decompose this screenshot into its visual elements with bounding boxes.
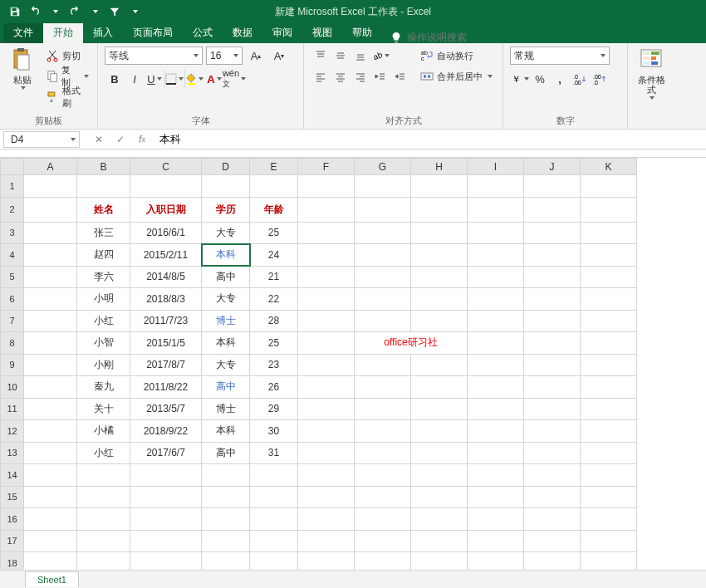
cell-A3[interactable]	[24, 222, 77, 244]
cell-B15[interactable]	[77, 486, 130, 508]
cell-A11[interactable]	[24, 398, 77, 420]
cell-H7[interactable]	[411, 310, 468, 332]
cell-J17[interactable]	[524, 530, 581, 552]
cell-C9[interactable]: 2017/8/7	[130, 354, 202, 376]
tab-help[interactable]: 帮助	[342, 22, 382, 43]
cell-J9[interactable]	[524, 354, 581, 376]
wrap-text-button[interactable]: abc自动换行	[419, 47, 494, 65]
cell-J14[interactable]	[524, 464, 581, 487]
cell-G12[interactable]	[355, 420, 411, 443]
cell-H5[interactable]	[411, 266, 468, 288]
phonetic-button[interactable]: wén文	[224, 70, 244, 88]
cell-D13[interactable]: 高中	[202, 442, 250, 464]
cell-F17[interactable]	[298, 530, 355, 552]
cell-H11[interactable]	[411, 398, 468, 420]
col-header-B[interactable]: B	[77, 159, 130, 175]
cell-B3[interactable]: 张三	[77, 222, 130, 244]
col-header-I[interactable]: I	[468, 159, 524, 175]
cell-K8[interactable]	[581, 332, 637, 355]
cell-I12[interactable]	[468, 420, 524, 443]
cell-J3[interactable]	[524, 222, 581, 244]
cell-I5[interactable]	[468, 266, 524, 288]
cell-B8[interactable]: 小智	[77, 332, 130, 355]
cell-B12[interactable]: 小橘	[77, 420, 130, 443]
cell-F2[interactable]	[298, 197, 355, 222]
cell-H2[interactable]	[411, 197, 468, 222]
cell-I2[interactable]	[468, 197, 524, 222]
cell-F16[interactable]	[298, 508, 355, 531]
cell-K17[interactable]	[581, 530, 637, 552]
merge-center-button[interactable]: 合并后居中	[419, 67, 494, 86]
cell-F11[interactable]	[298, 398, 355, 420]
cell-I15[interactable]	[468, 486, 524, 508]
cell-C6[interactable]: 2018/8/3	[130, 288, 202, 311]
cell-G18[interactable]	[355, 552, 411, 571]
cell-J5[interactable]	[524, 266, 581, 288]
italic-button[interactable]: I	[125, 70, 145, 88]
cell-E5[interactable]: 21	[250, 266, 298, 288]
font-name-combo[interactable]: 等线	[105, 47, 203, 65]
cell-C13[interactable]: 2017/6/7	[130, 442, 202, 464]
redo-dropdown-icon[interactable]	[85, 2, 105, 22]
tell-me-input[interactable]	[407, 32, 482, 43]
cell-J15[interactable]	[524, 486, 581, 508]
cell-H4[interactable]	[411, 244, 468, 267]
row-header[interactable]: 2	[1, 197, 24, 222]
cell-C4[interactable]: 2015/2/11	[130, 244, 202, 267]
cell-C1[interactable]	[130, 175, 202, 198]
save-icon[interactable]	[5, 2, 25, 22]
row-header[interactable]: 18	[1, 552, 24, 571]
tell-me-search[interactable]	[382, 32, 490, 43]
cell-A5[interactable]	[24, 266, 77, 288]
tab-home[interactable]: 开始	[43, 22, 83, 43]
cell-E15[interactable]	[250, 486, 298, 508]
cell-D18[interactable]	[202, 552, 250, 571]
format-painter-button[interactable]: 格式刷	[44, 88, 91, 106]
cell-B11[interactable]: 关十	[77, 398, 130, 420]
decrease-font-button[interactable]: A▾	[269, 47, 289, 65]
tab-review[interactable]: 审阅	[262, 22, 302, 43]
cell-C18[interactable]	[130, 552, 202, 571]
cell-H16[interactable]	[411, 508, 468, 531]
cell-J10[interactable]	[524, 376, 581, 399]
cell-C2[interactable]: 入职日期	[130, 197, 202, 222]
cell-C17[interactable]	[130, 530, 202, 552]
number-format-combo[interactable]: 常规	[510, 47, 610, 65]
cell-G8[interactable]: office研习社	[355, 332, 468, 355]
cell-A4[interactable]	[24, 244, 77, 267]
row-header[interactable]: 4	[1, 244, 24, 267]
cell-D14[interactable]	[202, 464, 250, 487]
filter-icon[interactable]	[105, 2, 125, 22]
cell-H13[interactable]	[411, 442, 468, 464]
border-button[interactable]	[164, 70, 184, 88]
increase-indent-button[interactable]	[390, 68, 410, 86]
row-header[interactable]: 8	[1, 332, 24, 355]
row-header[interactable]: 6	[1, 288, 24, 311]
cell-F18[interactable]	[298, 552, 355, 571]
cell-E12[interactable]: 30	[250, 420, 298, 443]
align-top-button[interactable]	[311, 47, 331, 65]
increase-font-button[interactable]: A▴	[246, 47, 266, 65]
row-header[interactable]: 16	[1, 508, 24, 531]
col-header-H[interactable]: H	[411, 159, 468, 175]
cell-C7[interactable]: 2011/7/23	[130, 310, 202, 332]
fill-color-button[interactable]	[184, 70, 204, 88]
cell-C5[interactable]: 2014/8/5	[130, 266, 202, 288]
cell-A8[interactable]	[24, 332, 77, 355]
cell-F1[interactable]	[298, 175, 355, 198]
cell-D8[interactable]: 本科	[202, 332, 250, 355]
conditional-format-button[interactable]: 条件格式	[635, 47, 668, 100]
cell-A15[interactable]	[24, 486, 77, 508]
cell-J6[interactable]	[524, 288, 581, 311]
cell-E13[interactable]: 31	[250, 442, 298, 464]
col-header-C[interactable]: C	[130, 159, 202, 175]
tab-file[interactable]: 文件	[3, 22, 43, 43]
cell-A9[interactable]	[24, 354, 77, 376]
cell-B18[interactable]	[77, 552, 130, 571]
cell-E10[interactable]: 26	[250, 376, 298, 399]
cell-I1[interactable]	[468, 175, 524, 198]
cell-B6[interactable]: 小明	[77, 288, 130, 311]
cell-K10[interactable]	[581, 376, 637, 399]
cell-D4[interactable]: 本科	[202, 244, 250, 267]
cell-F4[interactable]	[298, 244, 355, 267]
